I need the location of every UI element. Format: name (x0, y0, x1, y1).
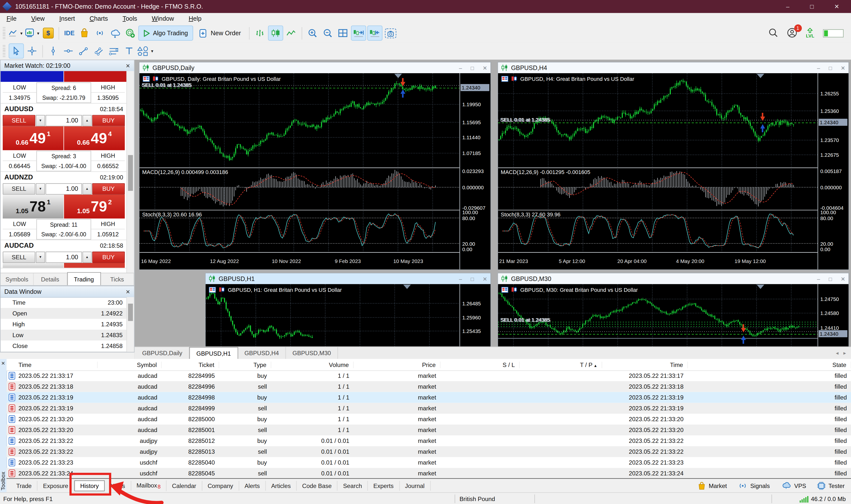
market-watch-tab-symbols[interactable]: Symbols (0, 273, 34, 285)
data-window-scrollbar[interactable] (126, 297, 134, 352)
algo-trading-button[interactable]: Algo Trading (138, 25, 193, 41)
bar-chart-mode-icon[interactable] (253, 26, 267, 40)
history-column-sl[interactable]: S / L (440, 361, 519, 368)
volume-increase-button[interactable]: ▲ (82, 183, 91, 195)
chart-minimize-icon[interactable]: – (817, 276, 820, 282)
chart-minimize-icon[interactable]: – (459, 276, 462, 282)
new-order-button[interactable]: New Order (195, 26, 246, 40)
chart-tabs-scroll-right-icon[interactable]: ► (843, 350, 847, 355)
chart-tabs-scroll-left-icon[interactable]: ◄ (835, 350, 839, 355)
history-row[interactable]: 2023.05.22 21:33:24usdchf82285045sell0.0… (6, 468, 851, 479)
service-signals[interactable]: Signals (738, 482, 770, 489)
history-column-symbol[interactable]: Symbol (97, 361, 162, 368)
quote-section-audcad[interactable]: AUDCAD02:18:58 SELL ▼ 1.00 ▲ BUY (0, 240, 127, 268)
volume-input[interactable]: 1.00 (46, 114, 82, 126)
service-market[interactable]: Market (698, 481, 727, 490)
zoom-in-icon[interactable] (305, 26, 320, 40)
volume-input[interactable]: 1.00 (46, 183, 82, 195)
volume-increase-button[interactable]: ▲ (82, 251, 91, 263)
buy-button[interactable]: BUY (92, 183, 125, 195)
chart-window-gbpusd-daily[interactable]: GBPUSD,Daily –□✕ 1.199501.156951.114401.… (139, 62, 491, 270)
history-column-ticket[interactable]: Ticket (162, 361, 219, 368)
chart-tab-gbpusd-daily[interactable]: GBPUSD,Daily (136, 347, 189, 359)
horizontal-line-tool-icon[interactable] (61, 44, 75, 58)
history-row[interactable]: 2023.05.22 21:33:20audcad82285001sell1 /… (6, 425, 851, 435)
user-account-icon[interactable]: 1 (786, 28, 797, 39)
shapes-tool-icon[interactable]: ▼ (137, 44, 154, 58)
buy-button[interactable]: BUY (92, 114, 125, 126)
chart-close-icon[interactable]: ✕ (841, 276, 845, 282)
market-watch-scrollbar[interactable] (126, 71, 134, 273)
toolbox-tab-experts[interactable]: Experts (368, 481, 400, 490)
tile-windows-icon[interactable] (336, 26, 350, 40)
chart-maximize-icon[interactable]: □ (829, 276, 832, 282)
market-watch-close-icon[interactable]: ✕ (126, 62, 130, 69)
window-minimize-icon[interactable]: – (786, 3, 790, 10)
menu-item-tools[interactable]: Tools (123, 15, 137, 22)
market-watch-tab-trading[interactable]: Trading (67, 272, 101, 285)
toolbox-tab-code-base[interactable]: Code Base (297, 481, 338, 490)
time-axis[interactable]: 16 May 202212 Aug 202210 Nov 20229 Feb 2… (139, 254, 459, 270)
signals-icon[interactable] (93, 26, 107, 40)
shift-end-icon[interactable] (351, 25, 367, 41)
menu-item-insert[interactable]: Insert (59, 15, 75, 22)
volume-decrease-button[interactable]: ▼ (36, 114, 45, 126)
data-window-close-icon[interactable]: ✕ (126, 289, 130, 295)
menu-item-file[interactable]: File (6, 15, 17, 22)
menu-item-help[interactable]: Help (189, 15, 201, 22)
channel-tool-icon[interactable] (92, 44, 106, 58)
toolbox-tab-trade[interactable]: Trade (11, 481, 38, 490)
history-column-tp[interactable]: T / P ▲ (520, 361, 602, 368)
chart-close-icon[interactable]: ✕ (483, 65, 487, 71)
market-bag-icon[interactable] (77, 26, 91, 40)
chart-window-gbpusd-m30[interactable]: GBPUSD,M30 –□✕ 1.247501.245801.244101.24… (497, 273, 849, 347)
volume-decrease-button[interactable]: ▼ (36, 251, 45, 263)
toolbox-tab-exposure[interactable]: Exposure (38, 481, 74, 490)
chart-profile-icon[interactable]: ▼ (8, 26, 23, 40)
chart-tab-gbpusd-m30[interactable]: GBPUSD,M30 (286, 347, 338, 359)
sell-price-box[interactable]: 1.3505 (0, 71, 64, 82)
vps-cloud-icon[interactable] (108, 26, 122, 40)
history-column-time[interactable]: Time (6, 361, 97, 368)
market-watch-header[interactable]: Market Watch: 02:19:00 ✕ (0, 60, 134, 71)
toolbox-tab-news[interactable]: News (105, 481, 131, 490)
sell-button[interactable]: SELL (3, 251, 35, 263)
chart-template-icon[interactable]: ▼ (24, 26, 40, 40)
chart-maximize-icon[interactable]: □ (471, 65, 474, 71)
chart-tab-gbpusd-h4[interactable]: GBPUSD,H4 (238, 347, 286, 359)
chart-window-gbpusd-h1[interactable]: GBPUSD,H1 –□✕ 1.264851.259601.25435 GBPU… (205, 273, 491, 347)
chart-titlebar[interactable]: GBPUSD,Daily –□✕ (139, 62, 490, 74)
time-axis[interactable]: 21 Mar 20235 Apr 12:0020 Apr 04:004 May … (498, 254, 818, 270)
trendline-tool-icon[interactable] (76, 44, 90, 58)
toolbox-tab-history[interactable]: History (74, 480, 105, 491)
window-maximize-icon[interactable]: □ (810, 3, 814, 10)
service-tester[interactable]: Tester (817, 481, 845, 490)
financial-symbol-icon[interactable]: $ (41, 26, 55, 40)
chart-close-icon[interactable]: ✕ (483, 276, 487, 282)
toolbox-tab-search[interactable]: Search (338, 481, 368, 490)
chart-shift-icon[interactable] (368, 25, 383, 41)
volume-input[interactable]: 1.00 (46, 251, 82, 263)
chart-close-icon[interactable]: ✕ (841, 65, 845, 71)
history-row[interactable]: 2023.05.22 21:33:18audcad82284996sell1 /… (6, 381, 851, 392)
search-icon[interactable] (768, 28, 778, 38)
menu-item-window[interactable]: Window (152, 15, 174, 22)
line-chart-mode-icon[interactable] (284, 26, 298, 40)
history-column-type[interactable]: Type (219, 361, 271, 368)
history-row[interactable]: 2023.05.22 21:33:17audcad82284995buy1 / … (6, 371, 851, 381)
history-column-volume[interactable]: Volume (271, 361, 354, 368)
bid-price-box[interactable] (3, 263, 64, 268)
quote-section-audusd[interactable]: AUDUSD02:18:54 SELL ▼ 1.00 ▲ BUY 0.66491… (0, 104, 127, 172)
history-column-price[interactable]: Price (354, 361, 440, 368)
community-add-icon[interactable] (123, 26, 137, 40)
chart-titlebar[interactable]: GBPUSD,M30 –□✕ (498, 273, 849, 285)
chart-minimize-icon[interactable]: – (817, 65, 820, 71)
history-row[interactable]: 2023.05.22 21:33:23usdchf82285040buy0.01… (6, 457, 851, 468)
toolbox-tab-calendar[interactable]: Calendar (166, 481, 202, 490)
volume-decrease-button[interactable]: ▼ (36, 183, 45, 195)
data-window-header[interactable]: Data Window ✕ (0, 286, 134, 298)
market-watch-tab-details[interactable]: Details (34, 273, 67, 285)
screenshot-icon[interactable] (384, 26, 398, 40)
history-row[interactable]: 2023.05.22 21:33:22audjpy82285012buy0.01… (6, 435, 851, 446)
toolbox-tab-journal[interactable]: Journal (400, 481, 430, 490)
